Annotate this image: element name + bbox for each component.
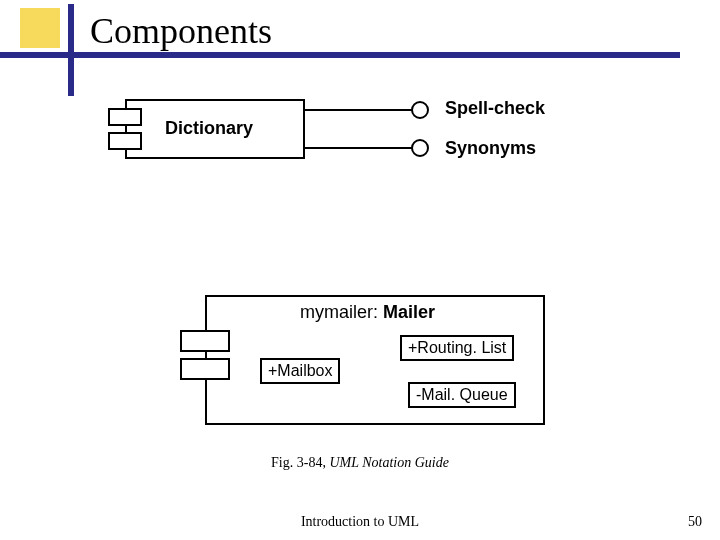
spellcheck-interface-label: Spell-check [445, 98, 545, 119]
svg-point-3 [412, 140, 428, 156]
figure-caption: Fig. 3-84, UML Notation Guide [0, 455, 720, 471]
routing-list-part: +Routing. List [400, 335, 514, 361]
mailer-class-name: Mailer [383, 302, 435, 322]
decor-horizontal-bar [0, 52, 680, 58]
mailer-title: mymailer: Mailer [300, 302, 435, 323]
mailbox-part: +Mailbox [260, 358, 340, 384]
page-title: Components [90, 10, 272, 52]
decor-vertical-bar [68, 4, 74, 96]
dictionary-label: Dictionary [165, 118, 253, 139]
component-prong-icon [108, 132, 142, 150]
footer-text: Introduction to UML [0, 514, 720, 530]
decor-square-icon [20, 8, 60, 48]
page-number: 50 [688, 514, 702, 530]
component-prong-icon [180, 330, 230, 352]
caption-rest: UML Notation Guide [329, 455, 449, 470]
component-prong-icon [108, 108, 142, 126]
mail-queue-part: -Mail. Queue [408, 382, 516, 408]
component-prong-icon [180, 358, 230, 380]
slide: Components Dictionary Spell-check Synony… [0, 0, 720, 540]
mailer-instance-prefix: mymailer: [300, 302, 383, 322]
caption-lead: Fig. 3-84, [271, 455, 329, 470]
svg-point-1 [412, 102, 428, 118]
synonyms-interface-label: Synonyms [445, 138, 536, 159]
